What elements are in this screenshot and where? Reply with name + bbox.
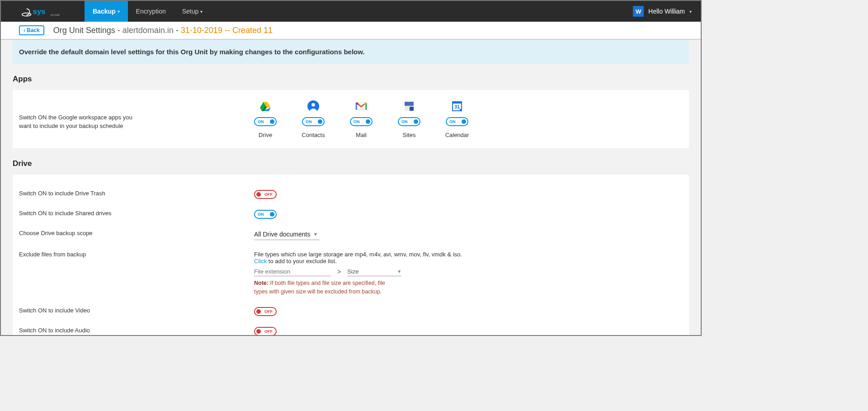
- app-mail: ON Mail: [350, 100, 373, 138]
- app-calendar: 31 ON Calendar: [446, 100, 468, 138]
- row-drive-trash: Switch ON to include Drive Trash OFF: [19, 184, 683, 204]
- title-date: 31-10-2019 -- Created 11: [181, 26, 273, 35]
- drive-icon: [259, 100, 272, 113]
- apps-card: Switch ON the Google workspace apps you …: [13, 90, 689, 148]
- nav-label: Backup: [93, 8, 116, 15]
- row-exclude-files: Exclude files from backup File types whi…: [19, 246, 683, 302]
- toggle-shared-drives[interactable]: ON: [254, 210, 277, 219]
- dropdown-value: All Drive documents: [254, 231, 311, 238]
- title-domain: alertdomain.in: [123, 26, 174, 35]
- toggle-drive-trash[interactable]: OFF: [254, 190, 277, 199]
- setting-label: Switch ON to include Drive Trash: [19, 190, 254, 197]
- greater-than-icon: >: [337, 268, 341, 275]
- nav-encryption[interactable]: Encryption: [128, 1, 174, 22]
- info-banner: Override the default domain level settin…: [13, 40, 689, 64]
- note-rest: If both file types and file size are spe…: [254, 280, 385, 295]
- toggle-label: ON: [401, 119, 408, 124]
- top-nav: sys CLOUD Backup ▾ Encryption Setup ▾ W …: [1, 1, 701, 22]
- exclude-click-link[interactable]: Click: [254, 258, 267, 265]
- svg-rect-9: [453, 102, 462, 104]
- apps-desc-line1: Switch ON the Google workspace apps you: [19, 114, 132, 121]
- toggle-contacts[interactable]: ON: [302, 117, 325, 126]
- svg-rect-6: [405, 102, 414, 106]
- dropdown-scope[interactable]: All Drive documents ▼: [254, 230, 320, 240]
- svg-rect-10: [460, 109, 462, 111]
- nav-label: Encryption: [136, 8, 166, 15]
- row-shared-drives: Switch ON to include Shared drives ON: [19, 204, 683, 224]
- chevron-down-icon: ▾: [689, 9, 692, 14]
- toggle-label: ON: [258, 119, 264, 124]
- app-viewport: sys CLOUD Backup ▾ Encryption Setup ▾ W …: [0, 0, 702, 336]
- nav-label: Setup: [182, 8, 199, 15]
- app-drive: ON Drive: [254, 100, 277, 138]
- drive-card: Switch ON to include Drive Trash OFF Swi…: [13, 175, 689, 336]
- exclude-click-rest: to add to your exclude list.: [267, 258, 337, 265]
- caret-down-icon: ▼: [397, 269, 401, 274]
- sites-icon: [403, 100, 415, 113]
- size-placeholder: Size: [347, 268, 359, 275]
- back-button[interactable]: ‹ Back: [19, 25, 44, 35]
- nav-setup[interactable]: Setup ▾: [174, 1, 211, 22]
- section-apps-heading: Apps: [13, 75, 689, 84]
- toggle-label: OFF: [264, 329, 273, 334]
- contacts-icon: [307, 100, 320, 113]
- svg-point-4: [311, 103, 315, 107]
- mail-icon: [355, 100, 368, 113]
- page-body: Override the default domain level settin…: [1, 40, 701, 336]
- toggle-mail[interactable]: ON: [350, 117, 373, 126]
- app-contacts: ON Contacts: [302, 100, 325, 138]
- size-select[interactable]: Size ▼: [347, 267, 401, 276]
- setting-label: Switch ON to include Video: [19, 307, 254, 314]
- toggle-drive[interactable]: ON: [254, 117, 277, 126]
- chevron-down-icon: ▾: [118, 9, 120, 14]
- toggle-sites[interactable]: ON: [398, 117, 420, 126]
- setting-label: Exclude files from backup: [19, 251, 254, 258]
- toggle-calendar[interactable]: ON: [446, 117, 468, 126]
- setting-label: Switch ON to include Audio: [19, 327, 254, 334]
- svg-text:31: 31: [454, 104, 460, 109]
- toggle-include-video[interactable]: OFF: [254, 307, 277, 316]
- note-prefix: Note:: [254, 280, 269, 286]
- caret-down-icon: ▼: [313, 231, 318, 237]
- avatar: W: [633, 6, 644, 17]
- toggle-label: OFF: [264, 192, 273, 197]
- toggle-label: ON: [354, 119, 360, 124]
- nav-backup[interactable]: Backup ▾: [85, 1, 128, 22]
- title-prefix: Org Unit Settings -: [53, 26, 123, 35]
- app-label: Sites: [403, 132, 416, 138]
- svg-rect-7: [410, 107, 414, 111]
- app-label: Contacts: [302, 132, 325, 138]
- logo: sys CLOUD: [1, 5, 85, 18]
- section-drive-heading: Drive: [13, 159, 689, 168]
- toggle-label: OFF: [264, 309, 273, 314]
- toggle-label: ON: [258, 212, 264, 217]
- chevron-down-icon: ▾: [200, 9, 203, 14]
- apps-description: Switch ON the Google workspace apps you …: [19, 100, 254, 131]
- breadcrumb-bar: ‹ Back Org Unit Settings - alertdomain.i…: [1, 22, 701, 40]
- app-label: Mail: [356, 132, 367, 138]
- exclude-warning: Note: If both file types and file size a…: [254, 279, 399, 296]
- toggle-include-audio[interactable]: OFF: [254, 327, 277, 336]
- calendar-icon: 31: [451, 100, 463, 113]
- file-extension-input[interactable]: [254, 267, 331, 276]
- app-label: Drive: [259, 132, 272, 138]
- row-backup-scope: Choose Drive backup scope All Drive docu…: [19, 224, 683, 246]
- row-include-audio: Switch ON to include Audio OFF: [19, 321, 683, 336]
- toggle-label: ON: [449, 119, 456, 124]
- app-sites: ON Sites: [398, 100, 420, 138]
- chevron-left-icon: ‹: [24, 27, 25, 33]
- setting-label: Switch ON to include Shared drives: [19, 210, 254, 217]
- title-sep: -: [174, 26, 181, 35]
- apps-desc-line2: want to include in your backup schedule: [19, 123, 123, 129]
- back-label: Back: [27, 27, 40, 33]
- row-include-video: Switch ON to include Video OFF: [19, 302, 683, 321]
- apps-list: ON Drive ON Contacts: [254, 100, 468, 138]
- app-label: Calendar: [445, 132, 469, 138]
- toggle-label: ON: [306, 119, 312, 124]
- user-greeting: Hello William: [648, 8, 685, 15]
- page-title: Org Unit Settings - alertdomain.in - 31-…: [53, 26, 273, 35]
- svg-text:sys: sys: [33, 7, 45, 16]
- exclude-note: File types which use large storage are m…: [254, 251, 683, 258]
- setting-label: Choose Drive backup scope: [19, 230, 254, 236]
- nav-user[interactable]: W Hello William ▾: [633, 6, 701, 17]
